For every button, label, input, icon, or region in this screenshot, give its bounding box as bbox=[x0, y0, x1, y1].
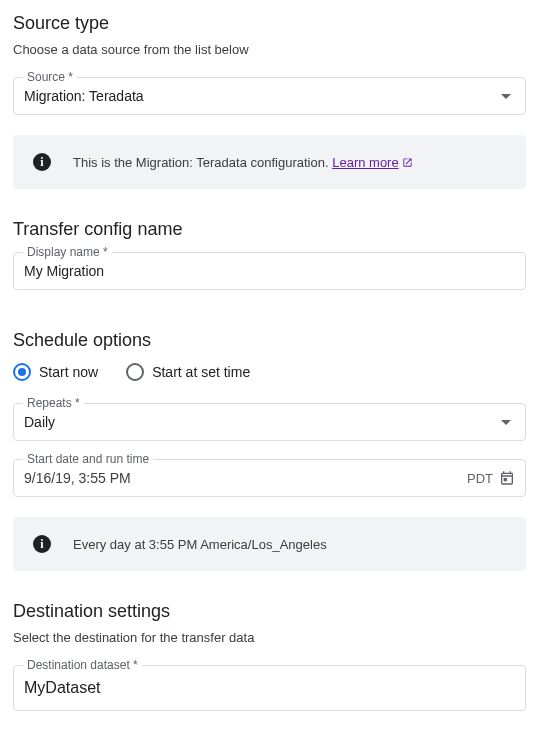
source-select[interactable]: Migration: Teradata bbox=[13, 77, 526, 115]
transfer-config-section: Transfer config name Display name * bbox=[13, 219, 526, 290]
learn-more-link[interactable]: Learn more bbox=[332, 155, 412, 170]
schedule-info-text: Every day at 3:55 PM America/Los_Angeles bbox=[73, 537, 327, 552]
source-label: Source * bbox=[23, 70, 77, 84]
source-field: Source * Migration: Teradata bbox=[13, 77, 526, 115]
info-icon: i bbox=[33, 535, 51, 553]
radio-icon-selected bbox=[13, 363, 31, 381]
start-date-field: Start date and run time 9/16/19, 3:55 PM… bbox=[13, 459, 526, 497]
radio-start-now[interactable]: Start now bbox=[13, 363, 98, 381]
radio-start-at-set-time[interactable]: Start at set time bbox=[126, 363, 250, 381]
calendar-icon bbox=[499, 470, 515, 486]
display-name-field: Display name * bbox=[13, 252, 526, 290]
destination-section: Destination settings Select the destinat… bbox=[13, 601, 526, 711]
source-info-banner: i This is the Migration: Teradata config… bbox=[13, 135, 526, 189]
repeats-select[interactable]: Daily bbox=[13, 403, 526, 441]
start-date-label: Start date and run time bbox=[23, 452, 153, 466]
repeats-value: Daily bbox=[24, 414, 55, 430]
chevron-down-icon bbox=[501, 94, 511, 99]
source-info-text: This is the Migration: Teradata configur… bbox=[73, 155, 413, 170]
repeats-label: Repeats * bbox=[23, 396, 84, 410]
destination-subtitle: Select the destination for the transfer … bbox=[13, 630, 526, 645]
start-now-label: Start now bbox=[39, 364, 98, 380]
info-icon: i bbox=[33, 153, 51, 171]
source-value: Migration: Teradata bbox=[24, 88, 144, 104]
schedule-radio-group: Start now Start at set time bbox=[13, 363, 526, 381]
external-link-icon bbox=[402, 157, 413, 168]
schedule-info-banner: i Every day at 3:55 PM America/Los_Angel… bbox=[13, 517, 526, 571]
repeats-field: Repeats * Daily bbox=[13, 403, 526, 441]
transfer-config-title: Transfer config name bbox=[13, 219, 526, 240]
display-name-input[interactable] bbox=[24, 263, 515, 279]
destination-dataset-field: Destination dataset * bbox=[13, 665, 526, 711]
source-type-title: Source type bbox=[13, 13, 526, 34]
start-at-set-time-label: Start at set time bbox=[152, 364, 250, 380]
schedule-options-title: Schedule options bbox=[13, 330, 526, 351]
destination-dataset-label: Destination dataset * bbox=[23, 658, 142, 672]
source-type-subtitle: Choose a data source from the list below bbox=[13, 42, 526, 57]
start-date-value: 9/16/19, 3:55 PM bbox=[24, 470, 461, 486]
destination-title: Destination settings bbox=[13, 601, 526, 622]
destination-dataset-input[interactable] bbox=[24, 679, 515, 697]
radio-icon-unselected bbox=[126, 363, 144, 381]
schedule-options-section: Schedule options Start now Start at set … bbox=[13, 330, 526, 571]
chevron-down-icon bbox=[501, 420, 511, 425]
display-name-label: Display name * bbox=[23, 245, 112, 259]
timezone-label: PDT bbox=[467, 471, 493, 486]
source-type-section: Source type Choose a data source from th… bbox=[13, 13, 526, 189]
